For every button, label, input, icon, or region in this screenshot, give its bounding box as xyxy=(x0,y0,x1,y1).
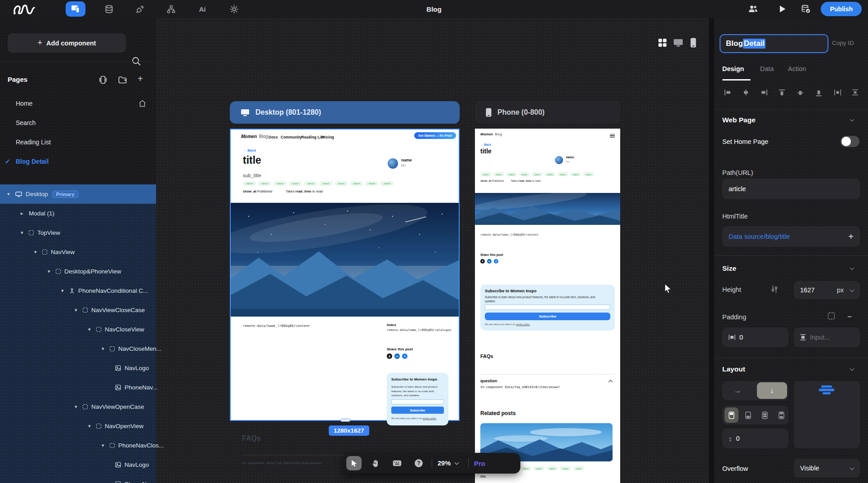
back-link[interactable]: ← Back xyxy=(480,143,491,146)
layout-section-header[interactable]: Layout xyxy=(722,365,745,373)
faq-answer-binding[interactable]: In-component Data/faq_b96142c0/item/answ… xyxy=(480,385,560,389)
tab-data[interactable]: Data xyxy=(760,65,774,72)
size-section-header[interactable]: Size xyxy=(722,264,736,273)
padding-sides-icon[interactable] xyxy=(828,313,835,319)
sidebar-item-search[interactable]: Search xyxy=(0,113,156,132)
grid-view-icon[interactable] xyxy=(658,38,667,47)
align-center-button[interactable] xyxy=(758,407,772,423)
publish-button[interactable]: Publish xyxy=(821,2,862,16)
align-cell-top-center[interactable] xyxy=(818,385,836,394)
tree-row-phone-nav-conditional[interactable]: ▾ PhoneNavConditional C... xyxy=(0,281,156,300)
chevron-down-icon[interactable] xyxy=(455,461,459,465)
index-binding[interactable]: remote-data/name_lr806q89/catalogue xyxy=(387,328,451,332)
tree-row-navview[interactable]: ▾ NavView xyxy=(0,242,156,262)
tree-row-navview-open-case[interactable]: ▾ NavViewOpenCase xyxy=(0,397,156,416)
desktop-artboard[interactable]: Momen Blog Docs Community Reading List P… xyxy=(230,129,460,421)
add-folder-icon[interactable] xyxy=(118,76,127,84)
tag-pill[interactable]: name xyxy=(547,466,558,470)
zoom-level[interactable]: 29% xyxy=(438,460,451,467)
desktop-frame-header[interactable]: Desktop (801-1280) xyxy=(230,101,460,124)
direction-column-button[interactable]: ↓ xyxy=(757,382,787,399)
caret-down-icon[interactable]: ▾ xyxy=(75,404,83,410)
linkedin-icon[interactable]: in xyxy=(487,259,492,264)
related-post-title[interactable]: title xyxy=(480,474,486,479)
design-canvas[interactable]: Desktop (801-1280) Momen Blog Docs Commu… xyxy=(156,18,709,483)
tree-row-navview-close-case[interactable]: ▾ NavViewCloseCase xyxy=(0,300,156,320)
html-title-input[interactable]: Data source/blog/title + xyxy=(722,226,860,247)
subscribe-email-input[interactable] xyxy=(391,399,444,404)
chevron-down-icon[interactable] xyxy=(850,117,855,122)
add-component-button[interactable]: + Add component xyxy=(8,33,126,53)
align-bottom-button[interactable] xyxy=(815,89,822,97)
tab-action[interactable]: Action xyxy=(788,65,806,72)
space-between-button[interactable] xyxy=(774,407,788,423)
article-subtitle[interactable]: sub_title xyxy=(243,173,261,178)
direction-row-button[interactable]: → xyxy=(722,386,753,395)
search-icon[interactable] xyxy=(131,56,141,66)
data-sync-button[interactable] xyxy=(796,1,816,17)
gap-input[interactable]: ↕ 0 xyxy=(722,429,788,448)
padding-v-input[interactable]: Input... xyxy=(794,327,860,347)
tag-pill[interactable]: name xyxy=(480,172,492,176)
facebook-icon[interactable]: f xyxy=(402,353,407,359)
align-center-h-button[interactable] xyxy=(742,89,750,96)
tag-pill[interactable]: name xyxy=(557,172,568,176)
path-url-input[interactable]: article xyxy=(722,179,860,199)
height-input[interactable]: 1627 px xyxy=(794,281,860,299)
add-page-icon[interactable]: + xyxy=(138,74,143,84)
faq-question[interactable]: question xyxy=(480,379,497,383)
chevron-down-icon[interactable] xyxy=(850,266,855,270)
desktop-view-icon[interactable] xyxy=(673,39,683,47)
tree-row-nav-open-view[interactable]: ▾ NavOpenView xyxy=(0,416,156,436)
tag-pill[interactable]: name xyxy=(533,466,545,470)
author-avatar[interactable] xyxy=(555,156,563,164)
overflow-select[interactable]: Visible xyxy=(794,459,860,478)
linkedin-icon[interactable]: in xyxy=(394,353,400,359)
content-binding[interactable]: remote-data/name_lr806q89/content xyxy=(480,233,538,237)
caret-down-icon[interactable]: ▾ xyxy=(34,249,42,255)
select-tool-button[interactable] xyxy=(346,456,362,470)
add-binding-icon[interactable]: + xyxy=(848,232,854,242)
tag-pill[interactable]: name xyxy=(506,172,517,176)
tree-row-nav-logo[interactable]: NavLogo xyxy=(0,455,156,474)
tag-pill[interactable]: name xyxy=(520,466,532,470)
article-title[interactable]: title xyxy=(480,148,492,155)
tree-row-partial[interactable]: PhoneNa... xyxy=(0,474,156,483)
tag-pill[interactable]: name xyxy=(493,172,505,176)
article-title[interactable]: title xyxy=(243,154,261,166)
tree-row-modal[interactable]: ▸ Modal (1) xyxy=(0,204,156,223)
content-binding[interactable]: remote-data/name_lr806q89/content xyxy=(243,324,310,328)
resize-handle[interactable] xyxy=(340,419,350,422)
home-icon[interactable] xyxy=(139,100,146,107)
help-button[interactable]: ? xyxy=(411,456,426,470)
phone-artboard[interactable]: Momen Blog ← Back title name bio name na… xyxy=(475,129,620,483)
component-name-input[interactable]: Blog Detail xyxy=(720,34,828,53)
caret-down-icon[interactable]: ▾ xyxy=(21,230,29,236)
hamburger-icon[interactable] xyxy=(610,133,615,139)
caret-down-icon[interactable]: ▾ xyxy=(48,268,56,274)
facebook-icon[interactable]: f xyxy=(494,259,498,264)
caret-down-icon[interactable]: ▾ xyxy=(88,423,96,429)
set-home-page-toggle[interactable] xyxy=(841,136,859,147)
align-right-button[interactable] xyxy=(760,89,768,96)
sidebar-item-blog-detail[interactable]: ✓ Blog Detail xyxy=(0,152,156,171)
hand-tool-button[interactable] xyxy=(368,456,383,470)
tree-row-nav-close-view[interactable]: ▾ NavCloseView xyxy=(0,320,156,339)
tree-row-nav-logo[interactable]: NavLogo xyxy=(0,358,156,378)
caret-down-icon[interactable]: ▾ xyxy=(102,443,110,448)
distribute-v-button[interactable] xyxy=(851,89,859,96)
align-start-button[interactable] xyxy=(725,407,738,423)
chevron-up-icon[interactable] xyxy=(608,380,613,385)
tag-pill[interactable]: name xyxy=(243,181,256,186)
tree-row-topview[interactable]: ▾ TopView xyxy=(0,223,156,242)
caret-down-icon[interactable]: ▾ xyxy=(75,307,83,313)
align-end-button[interactable] xyxy=(741,407,755,423)
height-unit[interactable]: px xyxy=(837,286,844,294)
subscribe-email-input[interactable] xyxy=(485,304,610,310)
blog-logo[interactable]: Momen Blog xyxy=(480,132,502,136)
tag-pill[interactable]: name xyxy=(319,181,332,186)
webpage-section-header[interactable]: Web Page xyxy=(722,116,756,124)
duplicate-page-icon[interactable] xyxy=(99,76,107,84)
align-top-button[interactable] xyxy=(779,89,785,97)
tag-pill[interactable]: name xyxy=(570,172,582,176)
